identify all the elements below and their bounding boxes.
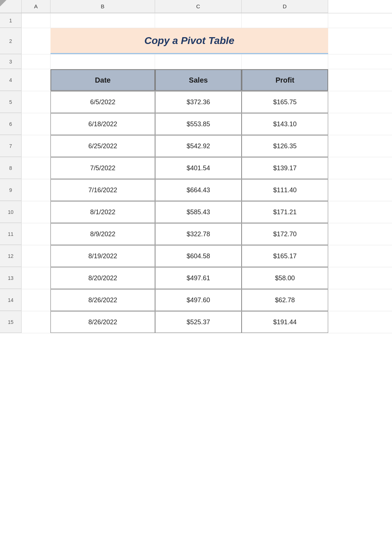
row-num-7: 7 (0, 135, 22, 157)
title-cell: Copy a Pivot Table (50, 28, 328, 54)
cell-11-a[interactable] (22, 223, 50, 245)
cell-13-profit[interactable]: $58.00 (242, 267, 328, 289)
sheet-row-11: 11 8/9/2022 $322.78 $172.70 (0, 223, 392, 245)
cell-15-sales[interactable]: $525.37 (155, 311, 242, 333)
sheet-row-7: 7 6/25/2022 $542.92 $126.35 (0, 135, 392, 157)
sheet-row-3: 3 (0, 54, 392, 69)
row-num-3: 3 (0, 54, 22, 69)
row-num-5: 5 (0, 91, 22, 113)
cell-11-profit[interactable]: $172.70 (242, 223, 328, 245)
row-num-4: 4 (0, 69, 22, 91)
cell-14-date[interactable]: 8/26/2022 (50, 289, 155, 311)
cell-9-date[interactable]: 7/16/2022 (50, 179, 155, 201)
cell-8-sales[interactable]: $401.54 (155, 157, 242, 179)
cell-7-date[interactable]: 6/25/2022 (50, 135, 155, 157)
cell-14-sales[interactable]: $497.60 (155, 289, 242, 311)
cell-13-date[interactable]: 8/20/2022 (50, 267, 155, 289)
cell-3-b[interactable] (50, 54, 155, 69)
sheet-row-2: 2 Copy a Pivot Table (0, 28, 392, 54)
row-num-2: 2 (0, 28, 22, 54)
sheet-row-13: 13 8/20/2022 $497.61 $58.00 (0, 267, 392, 289)
cell-8-date[interactable]: 7/5/2022 (50, 157, 155, 179)
cell-8-profit[interactable]: $139.17 (242, 157, 328, 179)
cell-7-a[interactable] (22, 135, 50, 157)
table-header-sales: Sales (155, 69, 242, 91)
table-header-profit: Profit (242, 69, 328, 91)
cell-5-date[interactable]: 6/5/2022 (50, 91, 155, 113)
cell-1-a[interactable] (22, 13, 50, 28)
row-num-11: 11 (0, 223, 22, 245)
sheet-row-8: 8 7/5/2022 $401.54 $139.17 (0, 157, 392, 179)
sheet-row-5: 5 6/5/2022 $372.36 $165.75 (0, 91, 392, 113)
col-header-d: D (242, 0, 328, 13)
cell-7-sales[interactable]: $542.92 (155, 135, 242, 157)
cell-15-profit[interactable]: $191.44 (242, 311, 328, 333)
cell-1-d[interactable] (242, 13, 328, 28)
cell-9-a[interactable] (22, 179, 50, 201)
cell-1-c[interactable] (155, 13, 242, 28)
cell-11-sales[interactable]: $322.78 (155, 223, 242, 245)
cell-7-profit[interactable]: $126.35 (242, 135, 328, 157)
cell-10-a[interactable] (22, 201, 50, 223)
cell-6-sales[interactable]: $553.85 (155, 113, 242, 135)
column-header-row: A B C D (0, 0, 392, 13)
cell-10-date[interactable]: 8/1/2022 (50, 201, 155, 223)
sheet-row-4: 4 Date Sales Profit (0, 69, 392, 91)
cell-3-d[interactable] (242, 54, 328, 69)
sheet-row-15: 15 8/26/2022 $525.37 $191.44 (0, 311, 392, 333)
cell-3-c[interactable] (155, 54, 242, 69)
cell-3-a[interactable] (22, 54, 50, 69)
cell-5-sales[interactable]: $372.36 (155, 91, 242, 113)
sheet-row-10: 10 8/1/2022 $585.43 $171.21 (0, 201, 392, 223)
cell-13-a[interactable] (22, 267, 50, 289)
cell-12-profit[interactable]: $165.17 (242, 245, 328, 267)
cell-11-date[interactable]: 8/9/2022 (50, 223, 155, 245)
corner-cell (0, 0, 22, 13)
cell-15-a[interactable] (22, 311, 50, 333)
cell-9-sales[interactable]: $664.43 (155, 179, 242, 201)
row-num-10: 10 (0, 201, 22, 223)
row-num-8: 8 (0, 157, 22, 179)
cell-12-date[interactable]: 8/19/2022 (50, 245, 155, 267)
cell-5-a[interactable] (22, 91, 50, 113)
cell-6-profit[interactable]: $143.10 (242, 113, 328, 135)
sheet-row-1: 1 (0, 13, 392, 28)
spreadsheet: A B C D 1 2 Copy a Pivot Table 3 4 Date … (0, 0, 392, 554)
table-header-date: Date (50, 69, 155, 91)
cell-2-a[interactable] (22, 28, 50, 54)
cell-10-sales[interactable]: $585.43 (155, 201, 242, 223)
cell-4-a[interactable] (22, 69, 50, 91)
cell-14-profit[interactable]: $62.78 (242, 289, 328, 311)
col-header-a: A (22, 0, 50, 13)
row-num-9: 9 (0, 179, 22, 201)
cell-6-a[interactable] (22, 113, 50, 135)
col-header-c: C (155, 0, 242, 13)
row-num-14: 14 (0, 289, 22, 311)
cell-6-date[interactable]: 6/18/2022 (50, 113, 155, 135)
cell-12-a[interactable] (22, 245, 50, 267)
cell-10-profit[interactable]: $171.21 (242, 201, 328, 223)
cell-13-sales[interactable]: $497.61 (155, 267, 242, 289)
cell-15-date[interactable]: 8/26/2022 (50, 311, 155, 333)
cell-14-a[interactable] (22, 289, 50, 311)
sheet-row-12: 12 8/19/2022 $604.58 $165.17 (0, 245, 392, 267)
cell-8-a[interactable] (22, 157, 50, 179)
row-num-15: 15 (0, 311, 22, 333)
cell-9-profit[interactable]: $111.40 (242, 179, 328, 201)
cell-1-b[interactable] (50, 13, 155, 28)
sheet-row-14: 14 8/26/2022 $497.60 $62.78 (0, 289, 392, 311)
row-num-6: 6 (0, 113, 22, 135)
sheet-row-9: 9 7/16/2022 $664.43 $111.40 (0, 179, 392, 201)
col-header-b: B (50, 0, 155, 13)
cell-5-profit[interactable]: $165.75 (242, 91, 328, 113)
cell-12-sales[interactable]: $604.58 (155, 245, 242, 267)
row-num-12: 12 (0, 245, 22, 267)
row-num-13: 13 (0, 267, 22, 289)
sheet-row-6: 6 6/18/2022 $553.85 $143.10 (0, 113, 392, 135)
row-num-1: 1 (0, 13, 22, 28)
